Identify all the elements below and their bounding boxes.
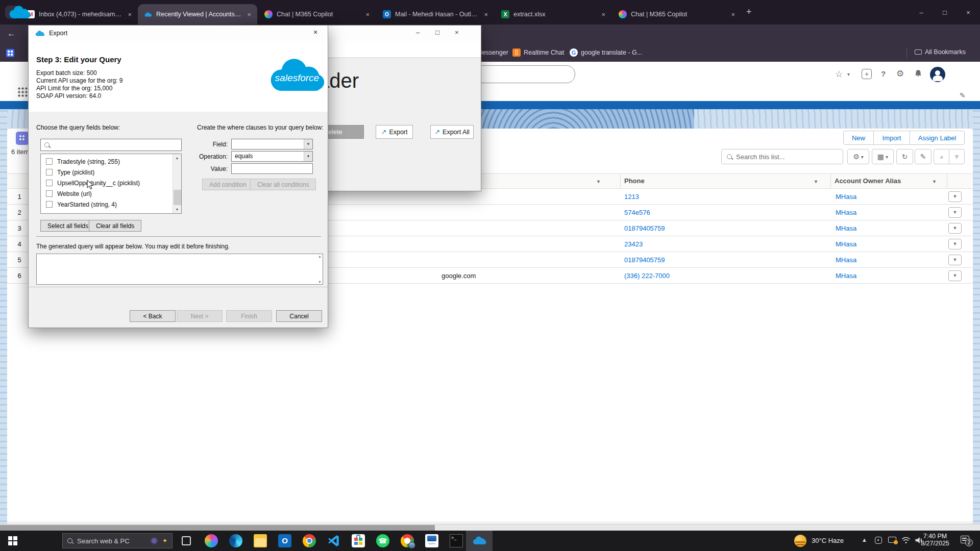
row-actions-dropdown[interactable]: ▼ xyxy=(948,270,962,281)
taskbar-store-icon[interactable] xyxy=(352,534,365,547)
setup-gear-icon[interactable]: ⚙ xyxy=(896,68,904,79)
task-view-icon[interactable] xyxy=(182,536,191,545)
window-maximize-button[interactable]: □ xyxy=(933,0,957,24)
tab-close-icon[interactable]: × xyxy=(364,11,371,18)
owner-link[interactable]: MHasa xyxy=(836,220,856,236)
new-tab-button[interactable]: + xyxy=(746,7,752,17)
tab-close-icon[interactable]: × xyxy=(730,11,736,18)
field-option[interactable]: Website (url) xyxy=(46,188,179,199)
page-hscrollbar-thumb[interactable] xyxy=(0,525,435,531)
export-all-button[interactable]: ↗ Export All xyxy=(430,125,474,139)
taskbar-outlook-icon[interactable]: O xyxy=(278,534,291,547)
tab-excel[interactable]: X extract.xlsx × xyxy=(495,4,611,24)
owner-header-caret[interactable]: ▾ xyxy=(933,173,936,189)
tab-copilot-1[interactable]: Chat | M365 Copilot × xyxy=(258,4,376,24)
taskbar-whatsapp-icon[interactable]: ☎ xyxy=(376,534,389,547)
tray-app-icon[interactable] xyxy=(875,537,882,544)
list-display-grid-button[interactable]: ▦▾ xyxy=(872,149,894,164)
select-all-fields-button[interactable]: Select all fields xyxy=(40,220,95,232)
window-close-button[interactable]: × xyxy=(957,0,980,24)
taskbar-chrome-profile-icon[interactable] xyxy=(401,534,414,547)
column-header-phone[interactable]: Phone xyxy=(624,173,645,189)
tab-salesforce-accounts[interactable]: Recently Viewed | Accounts | Sa × xyxy=(138,4,257,24)
row-actions-dropdown[interactable]: ▼ xyxy=(948,223,962,234)
owner-link[interactable]: MHasa xyxy=(836,252,856,268)
listbox-scrollbar[interactable]: ▲ ▼ xyxy=(173,154,181,213)
back-button[interactable]: < Back xyxy=(130,310,176,322)
scroll-down-arrow[interactable]: ▼ xyxy=(173,206,181,213)
cancel-button[interactable]: Cancel xyxy=(276,310,322,322)
import-button[interactable]: Import xyxy=(873,131,910,145)
phone-link[interactable]: (336) 222-7000 xyxy=(624,268,670,284)
owner-link[interactable]: MHasa xyxy=(836,189,856,205)
clear-all-fields-button[interactable]: Clear all fields xyxy=(89,220,141,232)
field-listbox[interactable]: Tradestyle (string, 255) Type (picklist)… xyxy=(40,154,182,214)
dataloader-minimize-button[interactable]: – xyxy=(416,29,420,36)
list-settings-gear-button[interactable]: ⚙▾ xyxy=(847,149,869,164)
notification-center-icon[interactable]: 2 xyxy=(961,536,969,543)
value-input[interactable] xyxy=(231,163,313,174)
field-option[interactable]: Type (picklist) xyxy=(46,167,179,178)
dropdown-arrow[interactable]: ▼ xyxy=(304,152,312,161)
field-option[interactable]: Tradestyle (string, 255) xyxy=(46,156,179,167)
list-refresh-button[interactable]: ↻ xyxy=(896,149,913,164)
scroll-thumb[interactable] xyxy=(174,190,181,205)
tray-expand-chevron[interactable]: ▲ xyxy=(862,537,867,543)
phone-link[interactable]: 01879405759 xyxy=(624,220,665,236)
window-minimize-button[interactable]: – xyxy=(910,0,933,24)
tab-gmail[interactable]: M Inbox (4,073) - mehedisam0@g × xyxy=(20,4,138,24)
tray-cast-icon[interactable] xyxy=(888,537,896,543)
favorites-caret-icon[interactable]: ▾ xyxy=(847,71,850,77)
start-button[interactable] xyxy=(8,536,17,545)
app-launcher-waffle-icon[interactable] xyxy=(17,87,28,97)
textarea-scroll-up[interactable]: ▲ xyxy=(318,255,322,258)
tab-outlook[interactable]: O Mail - Mehedi Hasan - Outlook × xyxy=(377,4,494,24)
dialog-close-button[interactable]: × xyxy=(313,28,317,36)
column-header-owner[interactable]: Account Owner Alias xyxy=(835,173,901,189)
wifi-icon[interactable] xyxy=(901,537,911,544)
checkbox[interactable] xyxy=(46,158,53,165)
field-option[interactable]: YearStarted (string, 4) xyxy=(46,199,179,210)
bookmark-favicon-grid[interactable] xyxy=(6,49,14,57)
edit-pencil-icon[interactable]: ✎ xyxy=(960,91,966,99)
dataloader-close-button[interactable]: × xyxy=(455,29,459,36)
phone-link[interactable]: 23423 xyxy=(624,236,643,252)
page-hscrollbar-track[interactable] xyxy=(0,524,980,531)
row-actions-dropdown[interactable]: ▼ xyxy=(948,239,962,249)
dropdown-arrow[interactable]: ▼ xyxy=(304,139,312,149)
all-bookmarks-button[interactable]: All Bookmarks xyxy=(915,48,966,56)
user-avatar[interactable] xyxy=(930,67,945,82)
bookmark-realtime-chat[interactable]: {} Realtime Chat xyxy=(512,48,564,57)
taskbar-terminal-icon[interactable]: >_ xyxy=(450,534,463,547)
phone-header-caret[interactable]: ▾ xyxy=(815,173,817,189)
taskbar-file-explorer-icon[interactable] xyxy=(254,534,267,547)
list-edit-pencil-button[interactable]: ✎ xyxy=(915,149,932,164)
owner-link[interactable]: MHasa xyxy=(836,268,856,284)
phone-link[interactable]: 1213 xyxy=(624,189,639,205)
textarea-scroll-down[interactable]: ▼ xyxy=(318,280,322,284)
tab-close-icon[interactable]: × xyxy=(483,11,489,18)
checkbox[interactable] xyxy=(46,190,53,197)
weather-icon[interactable] xyxy=(794,535,806,547)
phone-link[interactable]: 01879405759 xyxy=(624,252,665,268)
back-icon[interactable]: ← xyxy=(7,29,16,39)
operation-dropdown[interactable]: equals ▼ xyxy=(231,151,313,162)
tab-close-icon[interactable]: × xyxy=(600,11,606,18)
dataloader-maximize-button[interactable]: □ xyxy=(435,29,439,36)
checkbox[interactable] xyxy=(46,180,53,186)
field-option[interactable]: UpsellOpportunity__c (picklist) xyxy=(46,178,179,188)
phone-link[interactable]: 574e576 xyxy=(624,205,650,220)
tab-close-icon[interactable]: × xyxy=(246,11,252,18)
taskbar-copilot-icon[interactable] xyxy=(205,534,218,547)
checkbox[interactable] xyxy=(46,169,53,176)
checkbox[interactable] xyxy=(46,201,53,208)
help-icon[interactable]: ? xyxy=(881,69,886,78)
tab-close-icon[interactable]: × xyxy=(127,11,133,18)
column-header-hidden[interactable]: ▾ xyxy=(597,173,600,189)
taskbar-chrome-icon[interactable] xyxy=(303,534,316,547)
tab-copilot-2[interactable]: Chat | M365 Copilot × xyxy=(612,4,741,24)
clock[interactable]: 7:40 PM 8/27/2025 xyxy=(917,533,953,547)
query-textarea[interactable]: ▲ ▼ xyxy=(36,254,323,285)
taskbar-vscode-icon[interactable] xyxy=(327,534,340,547)
taskbar-edge-icon[interactable] xyxy=(229,534,242,547)
